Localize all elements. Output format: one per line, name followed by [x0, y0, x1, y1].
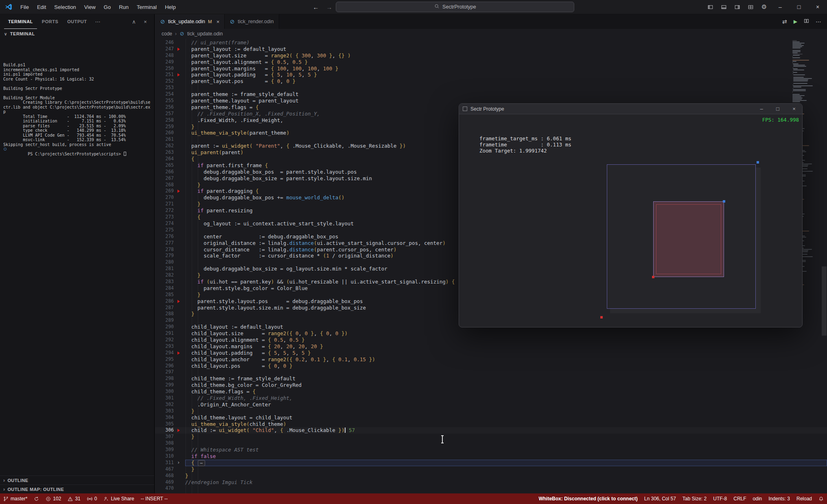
line-number[interactable]: 257 [155, 111, 174, 117]
problems-errors[interactable]: 102 [42, 493, 64, 504]
line-number[interactable]: 251 [155, 72, 174, 78]
code-line-292[interactable]: 292 child_layout.alignment = { 0.5, 0.5 … [155, 337, 827, 343]
terminal-output[interactable]: Build.ps1incremental_checks.ps1 imported… [0, 53, 154, 475]
menu-edit[interactable]: Edit [33, 0, 50, 14]
git-branch[interactable]: master* [0, 493, 31, 504]
whitebox-status[interactable]: WhiteBox: Disconnected (click to connect… [535, 493, 641, 504]
line-number[interactable]: 301 [155, 395, 174, 401]
code-line-469[interactable]: 469//endregion Imgui Tick [155, 479, 827, 486]
minimize-button[interactable]: – [771, 0, 790, 14]
line-number[interactable]: 308 [155, 440, 174, 447]
prototype-maximize-button[interactable]: □ [770, 104, 786, 114]
tab-tick_update-odin[interactable]: tick_update.odinM× [155, 14, 225, 29]
panel-tab-ports[interactable]: PORTS [38, 14, 62, 29]
line-number[interactable]: 309 [155, 447, 174, 453]
line-number[interactable]: 305 [155, 421, 174, 428]
editor-scrollbar[interactable] [821, 39, 827, 493]
line-number[interactable]: 286 [155, 298, 174, 305]
line-number[interactable]: 285 [155, 292, 174, 298]
code-line-294[interactable]: 294 child_layout.padding = { 5, 5, 5, 5 … [155, 350, 827, 356]
layout-panel-icon[interactable] [717, 0, 731, 14]
language-mode[interactable]: odin [750, 493, 766, 504]
split-editor-icon[interactable] [804, 18, 809, 25]
history-back-button[interactable]: ← [309, 4, 322, 11]
prototype-minimize-button[interactable]: – [753, 104, 770, 114]
live-share[interactable]: Live Share [100, 493, 137, 504]
line-number[interactable]: 275 [155, 227, 174, 233]
line-number[interactable]: 249 [155, 59, 174, 65]
cursor-position[interactable]: Ln 306, Col 57 [641, 493, 679, 504]
layout-sidebar-right-icon[interactable] [731, 0, 744, 14]
section-outline[interactable]: ›OUTLINE [0, 476, 154, 484]
code-line-308[interactable]: 308 [155, 440, 827, 447]
code-line-470[interactable]: 470 [155, 485, 827, 492]
code-line-307[interactable]: 307 } [155, 434, 827, 440]
code-line-296[interactable]: 296 child_layout.pos = { 0, 0 } [155, 363, 827, 369]
menu-selection[interactable]: Selection [50, 0, 80, 14]
line-number[interactable]: 256 [155, 104, 174, 111]
line-number[interactable]: 306 [155, 427, 174, 434]
terminal-view-header[interactable]: ∨ TERMINAL [0, 29, 154, 39]
tab-close-icon[interactable]: × [217, 19, 220, 25]
notifications[interactable] [815, 493, 827, 504]
more-actions-icon[interactable]: ⋯ [816, 18, 821, 25]
line-number[interactable]: 277 [155, 240, 174, 247]
code-line-247[interactable]: 247 parent_layout := default_layout [155, 46, 827, 52]
run-file-icon[interactable]: ▶ [794, 19, 797, 24]
line-number[interactable]: 291 [155, 330, 174, 337]
menu-terminal[interactable]: Terminal [133, 0, 161, 14]
section-outline-map-outline[interactable]: ›OUTLINE MAP: OUTLINE [0, 484, 154, 493]
prototype-close-button[interactable]: × [786, 104, 802, 114]
line-number[interactable]: 263 [155, 149, 174, 156]
breadcrumb-file[interactable]: tick_update.odin [187, 31, 223, 37]
line-number[interactable]: 268 [155, 182, 174, 188]
line-number[interactable]: 292 [155, 337, 174, 343]
code-line-299[interactable]: 299 child_theme.bg_color = Color_GreyRed [155, 382, 827, 388]
line-number[interactable]: 264 [155, 156, 174, 162]
line-number[interactable]: 250 [155, 65, 174, 72]
tab-tick_render-odin[interactable]: tick_render.odin [225, 14, 279, 29]
code-line-291[interactable]: 291 child_layout.size = range2({ 0, 0 },… [155, 330, 827, 337]
problems-warnings[interactable]: 31 [64, 493, 83, 504]
code-line-311[interactable]: 311› {⋯ [155, 460, 827, 466]
line-number[interactable]: 270 [155, 194, 174, 201]
code-line-309[interactable]: 309 // Whitespace AST test [155, 447, 827, 453]
folded-region-badge[interactable]: ⋯ [198, 460, 206, 466]
panel-tab-terminal[interactable]: TERMINAL [4, 14, 37, 29]
prototype-window-titlebar[interactable]: Sectr Prototype –□× [459, 104, 802, 114]
command-center-search[interactable]: SectrPrototype [336, 2, 574, 12]
line-number[interactable]: 284 [155, 285, 174, 292]
code-line-249[interactable]: 249 parent_layout.alignment = { 0.5, 0.5… [155, 59, 827, 65]
terminal-prompt-line[interactable]: PS C:\projects\SectrPrototype\scripts> [8, 147, 151, 161]
line-number[interactable]: 287 [155, 305, 174, 311]
code-line-302[interactable]: 302 .Origin_At_Anchor_Center [155, 401, 827, 408]
code-line-293[interactable]: 293 child_layout.margins = { 20, 20, 20,… [155, 343, 827, 350]
eol-sequence[interactable]: CRLF [730, 493, 749, 504]
line-number[interactable]: 296 [155, 363, 174, 369]
line-number[interactable]: 311 [155, 460, 174, 466]
line-number[interactable]: 267 [155, 175, 174, 182]
panel-maximize-icon[interactable]: ∧ [129, 19, 139, 25]
layout-customize-icon[interactable] [744, 0, 757, 14]
tab-size[interactable]: Tab Size: 2 [679, 493, 710, 504]
line-number[interactable]: 272 [155, 207, 174, 214]
code-line-468[interactable]: 468} [155, 473, 827, 479]
indents[interactable]: Indents: 3 [765, 493, 793, 504]
menu-run[interactable]: Run [115, 0, 133, 14]
line-number[interactable]: 294 [155, 350, 174, 356]
code-line-306[interactable]: 306 child := ui_widget( "Child", { .Mous… [155, 427, 827, 434]
line-number[interactable]: 269 [155, 188, 174, 194]
line-number[interactable]: 248 [155, 52, 174, 59]
line-number[interactable]: 252 [155, 78, 174, 85]
code-line-300[interactable]: 300 child_theme.flags = { [155, 388, 827, 395]
line-number[interactable]: 288 [155, 311, 174, 317]
line-number[interactable]: 278 [155, 247, 174, 253]
line-number[interactable]: 283 [155, 279, 174, 285]
prototype-render-canvas[interactable]: FPS: 164.998 frametime_target_ms : 6.061… [459, 114, 802, 327]
line-number[interactable]: 299 [155, 382, 174, 388]
code-line-310[interactable]: 310 if false [155, 453, 827, 460]
menu-view[interactable]: View [80, 0, 100, 14]
toggle-changes-icon[interactable]: ⇄ [782, 18, 787, 25]
breadcrumb[interactable]: code › tick_update.odin [155, 29, 827, 39]
code-line-253[interactable]: 253 [155, 85, 827, 91]
